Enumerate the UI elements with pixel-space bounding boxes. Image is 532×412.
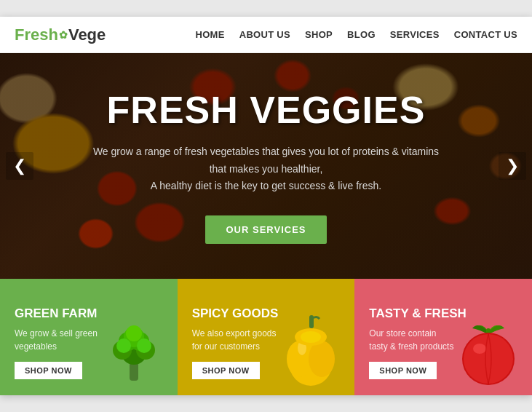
- card-green-farm-title: GREEN FARM: [15, 306, 163, 321]
- logo: Fresh ✿ Vege: [15, 25, 106, 44]
- pepper-image: [271, 312, 351, 392]
- tomato-image: [448, 312, 528, 392]
- bell-pepper-icon: [274, 312, 347, 392]
- card-spicy-goods-title: SPICY GOODS: [192, 306, 341, 321]
- card-tasty-fresh-shop-button[interactable]: SHOP NOW: [369, 362, 437, 379]
- nav-blog[interactable]: BLOG: [347, 29, 376, 40]
- feature-cards: GREEN FARM We grow & sell green vegetabl…: [0, 279, 532, 395]
- card-spicy-goods-text: We also export goods for our customers: [192, 327, 279, 353]
- card-spicy-goods-shop-button[interactable]: SHOP NOW: [192, 362, 260, 379]
- nav-shop[interactable]: SHOP: [305, 29, 333, 40]
- logo-vege: Vege: [68, 25, 106, 44]
- svg-point-20: [473, 344, 486, 354]
- svg-point-8: [137, 338, 151, 353]
- svg-point-19: [464, 334, 513, 384]
- card-green-farm: GREEN FARM We grow & sell green vegetabl…: [0, 279, 178, 395]
- card-tasty-fresh-text: Our store contain tasty & fresh products: [369, 327, 456, 353]
- hero-next-arrow[interactable]: ❯: [499, 152, 526, 180]
- nav-about[interactable]: ABOUT US: [239, 29, 290, 40]
- tomato-icon: [450, 314, 527, 390]
- nav-services[interactable]: SERVICES: [390, 29, 440, 40]
- header: Fresh ✿ Vege HOME ABOUT US SHOP BLOG SER…: [0, 17, 532, 53]
- nav-home[interactable]: HOME: [196, 29, 225, 40]
- card-tasty-fresh: TASTY & FRESH Our store contain tasty & …: [354, 279, 532, 395]
- logo-leaf-icon: ✿: [59, 29, 68, 41]
- broccoli-image: [94, 312, 174, 392]
- hero-title: FRESH VEGGIES: [84, 88, 448, 132]
- svg-point-7: [116, 338, 131, 353]
- main-nav: HOME ABOUT US SHOP BLOG SERVICES CONTACT…: [196, 29, 518, 40]
- card-spicy-goods: SPICY GOODS We also export goods for our…: [178, 279, 355, 395]
- hero-prev-arrow[interactable]: ❮: [6, 152, 33, 180]
- svg-point-16: [301, 331, 321, 343]
- broccoli-icon: [98, 315, 170, 388]
- hero-content: FRESH VEGGIES We grow a range of fresh v…: [70, 74, 463, 258]
- hero-cta-button[interactable]: OUR SERVICES: [205, 215, 326, 244]
- card-green-farm-text: We grow & sell green vegetables: [15, 327, 102, 353]
- nav-contact[interactable]: CONTACT US: [454, 29, 517, 40]
- hero-section: ❮ FRESH VEGGIES We grow a range of fresh…: [0, 53, 532, 279]
- svg-point-9: [126, 325, 142, 341]
- svg-point-13: [309, 341, 335, 377]
- logo-fresh: Fresh: [15, 25, 58, 44]
- card-tasty-fresh-title: TASTY & FRESH: [369, 306, 517, 321]
- card-green-farm-shop-button[interactable]: SHOP NOW: [15, 362, 82, 379]
- hero-subtitle: We grow a range of fresh vegetables that…: [84, 143, 448, 195]
